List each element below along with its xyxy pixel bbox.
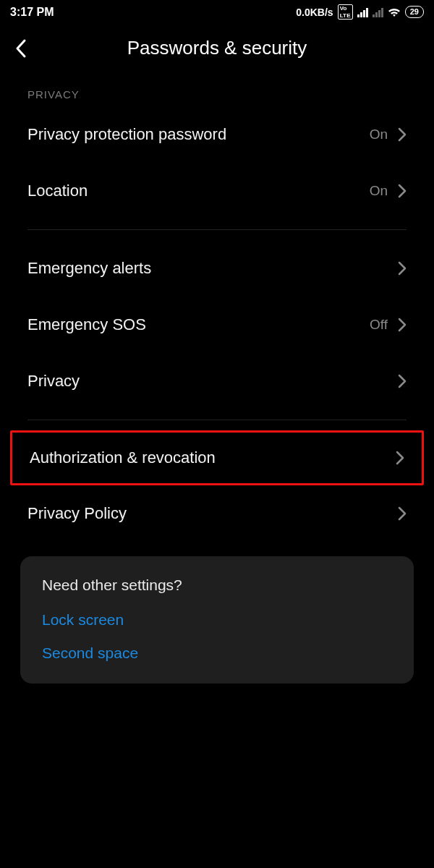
link-second-space[interactable]: Second space — [42, 644, 392, 662]
section-label-privacy: PRIVACY — [0, 72, 434, 106]
row-privacy[interactable]: Privacy — [0, 353, 434, 409]
row-location[interactable]: Location On — [0, 163, 434, 219]
row-label: Privacy protection password — [27, 125, 370, 144]
volte-icon: VoLTE — [338, 4, 353, 20]
other-settings-card: Need other settings? Lock screen Second … — [20, 556, 414, 684]
net-speed: 0.0KB/s — [296, 7, 333, 18]
row-value: Off — [370, 317, 388, 333]
row-privacy-policy[interactable]: Privacy Policy — [0, 485, 434, 542]
status-right: 0.0KB/s VoLTE 29 — [296, 4, 424, 20]
card-title: Need other settings? — [42, 576, 392, 594]
chevron-right-icon — [398, 318, 407, 332]
wifi-icon — [388, 7, 401, 17]
status-bar: 3:17 PM 0.0KB/s VoLTE 29 — [0, 0, 434, 22]
signal-icon-dim — [373, 7, 383, 17]
row-privacy-protection[interactable]: Privacy protection password On — [0, 106, 434, 163]
chevron-right-icon — [398, 184, 407, 198]
divider — [27, 229, 407, 230]
row-emergency-sos[interactable]: Emergency SOS Off — [0, 297, 434, 353]
link-lock-screen[interactable]: Lock screen — [42, 611, 392, 629]
battery-icon: 29 — [405, 6, 424, 18]
row-value: On — [370, 183, 388, 199]
chevron-right-icon — [398, 127, 407, 142]
chevron-right-icon — [396, 451, 404, 465]
row-label: Emergency alerts — [27, 259, 398, 278]
row-value: On — [370, 127, 388, 142]
row-label: Location — [27, 182, 370, 200]
header: Passwords & security — [0, 22, 434, 72]
row-label: Privacy Policy — [27, 504, 398, 523]
signal-icon — [357, 7, 368, 17]
divider — [27, 420, 407, 420]
row-authorization-revocation[interactable]: Authorization & revocation — [10, 430, 424, 485]
row-label: Emergency SOS — [27, 315, 370, 334]
row-label: Authorization & revocation — [30, 448, 396, 467]
status-time: 3:17 PM — [10, 6, 54, 19]
chevron-right-icon — [398, 374, 407, 388]
chevron-right-icon — [398, 506, 407, 521]
row-label: Privacy — [27, 372, 398, 391]
page-title: Passwords & security — [14, 37, 420, 59]
chevron-right-icon — [398, 261, 407, 276]
row-emergency-alerts[interactable]: Emergency alerts — [0, 240, 434, 297]
